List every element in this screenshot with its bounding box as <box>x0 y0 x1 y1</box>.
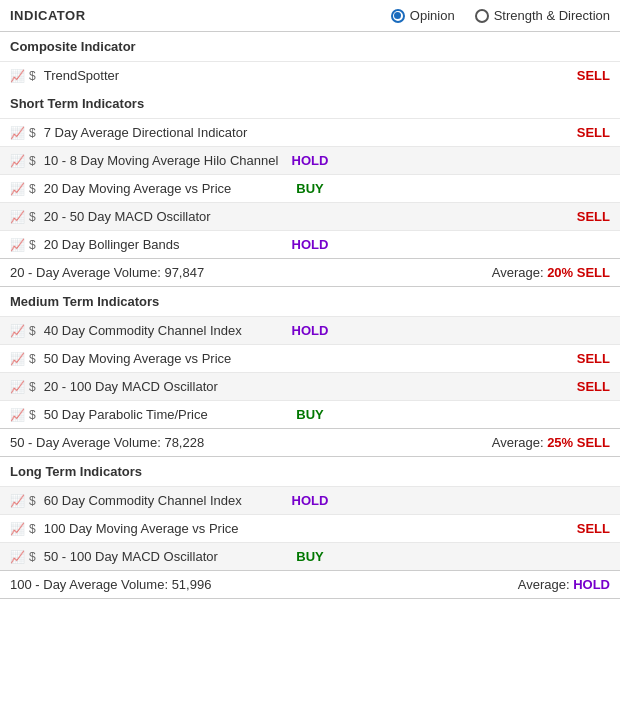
indicator-name: 10 - 8 Day Moving Average Hilo Channel <box>44 153 530 168</box>
chart-icon: 📈 <box>10 182 25 196</box>
avg-value: HOLD <box>573 577 610 592</box>
indicator-name: 20 Day Bollinger Bands <box>44 237 530 252</box>
signal-mid: HOLD <box>292 493 329 508</box>
indicator-row[interactable]: 📈$20 - 50 Day MACD OscillatorSELL <box>0 202 620 230</box>
indicator-name: 7 Day Average Directional Indicator <box>44 125 530 140</box>
indicator-row[interactable]: 📈$40 Day Commodity Channel IndexHOLD <box>0 316 620 344</box>
chart-icon: 📈 <box>10 238 25 252</box>
indicator-row[interactable]: 📈$50 Day Moving Average vs PriceSELL <box>0 344 620 372</box>
summary-row-short-term: 20 - Day Average Volume: 97,847Average: … <box>0 258 620 287</box>
avg-value: 20% SELL <box>547 265 610 280</box>
chart-icon: 📈 <box>10 352 25 366</box>
summary-row-medium-term: 50 - Day Average Volume: 78,228Average: … <box>0 428 620 457</box>
dollar-icon: $ <box>29 126 36 140</box>
indicator-name: 20 Day Moving Average vs Price <box>44 181 530 196</box>
indicator-row[interactable]: 📈$20 - 100 Day MACD OscillatorSELL <box>0 372 620 400</box>
chart-icon: 📈 <box>10 408 25 422</box>
summary-average: Average: 25% SELL <box>492 435 610 450</box>
indicator-row[interactable]: 📈$20 Day Moving Average vs PriceBUY <box>0 174 620 202</box>
summary-volume: 100 - Day Average Volume: 51,996 <box>10 577 518 592</box>
summary-average: Average: 20% SELL <box>492 265 610 280</box>
indicator-row[interactable]: 📈$60 Day Commodity Channel IndexHOLD <box>0 486 620 514</box>
opinion-label: Opinion <box>410 8 455 23</box>
summary-volume: 50 - Day Average Volume: 78,228 <box>10 435 492 450</box>
signal-mid: HOLD <box>292 237 329 252</box>
signal-right: SELL <box>530 521 610 536</box>
indicator-row[interactable]: 📈$20 Day Bollinger BandsHOLD <box>0 230 620 258</box>
header: INDICATOR Opinion Strength & Direction <box>0 0 620 32</box>
sections-container: Composite Indicator📈$TrendSpotterSELLSho… <box>0 32 620 599</box>
indicator-name: TrendSpotter <box>44 68 530 83</box>
indicator-name: 50 Day Moving Average vs Price <box>44 351 530 366</box>
opinion-radio[interactable]: Opinion <box>391 8 455 23</box>
avg-label: Average: <box>492 435 547 450</box>
chart-icon: 📈 <box>10 210 25 224</box>
chart-icon: 📈 <box>10 154 25 168</box>
signal-mid: BUY <box>296 407 323 422</box>
indicator-name: 20 - 100 Day MACD Oscillator <box>44 379 530 394</box>
dollar-icon: $ <box>29 380 36 394</box>
dollar-icon: $ <box>29 238 36 252</box>
chart-icon: 📈 <box>10 324 25 338</box>
indicator-name: 100 Day Moving Average vs Price <box>44 521 530 536</box>
dollar-icon: $ <box>29 324 36 338</box>
strength-radio[interactable]: Strength & Direction <box>475 8 610 23</box>
section-header-long-term: Long Term Indicators <box>0 457 620 486</box>
signal-right: SELL <box>530 379 610 394</box>
dollar-icon: $ <box>29 494 36 508</box>
signal-right: SELL <box>530 68 610 83</box>
section-header-composite: Composite Indicator <box>0 32 620 61</box>
signal-right: SELL <box>530 351 610 366</box>
signal-mid: HOLD <box>292 153 329 168</box>
view-toggle: Opinion Strength & Direction <box>391 8 610 23</box>
dollar-icon: $ <box>29 550 36 564</box>
dollar-icon: $ <box>29 352 36 366</box>
indicator-row[interactable]: 📈$50 Day Parabolic Time/PriceBUY <box>0 400 620 428</box>
indicator-name: 40 Day Commodity Channel Index <box>44 323 530 338</box>
strength-radio-circle <box>475 9 489 23</box>
chart-icon: 📈 <box>10 69 25 83</box>
signal-right: SELL <box>530 209 610 224</box>
indicator-row[interactable]: 📈$100 Day Moving Average vs PriceSELL <box>0 514 620 542</box>
indicator-row[interactable]: 📈$7 Day Average Directional IndicatorSEL… <box>0 118 620 146</box>
dollar-icon: $ <box>29 182 36 196</box>
avg-value: 25% SELL <box>547 435 610 450</box>
strength-label: Strength & Direction <box>494 8 610 23</box>
avg-label: Average: <box>518 577 573 592</box>
chart-icon: 📈 <box>10 522 25 536</box>
chart-icon: 📈 <box>10 550 25 564</box>
signal-mid: BUY <box>296 181 323 196</box>
signal-right: SELL <box>530 125 610 140</box>
indicator-name: 60 Day Commodity Channel Index <box>44 493 530 508</box>
indicator-label: INDICATOR <box>10 8 391 23</box>
indicator-row[interactable]: 📈$TrendSpotterSELL <box>0 61 620 89</box>
dollar-icon: $ <box>29 210 36 224</box>
signal-mid: HOLD <box>292 323 329 338</box>
indicator-row[interactable]: 📈$50 - 100 Day MACD OscillatorBUY <box>0 542 620 570</box>
avg-label: Average: <box>492 265 547 280</box>
section-header-medium-term: Medium Term Indicators <box>0 287 620 316</box>
dollar-icon: $ <box>29 522 36 536</box>
chart-icon: 📈 <box>10 126 25 140</box>
indicator-name: 50 - 100 Day MACD Oscillator <box>44 549 530 564</box>
chart-icon: 📈 <box>10 380 25 394</box>
dollar-icon: $ <box>29 69 36 83</box>
opinion-radio-circle <box>391 9 405 23</box>
chart-icon: 📈 <box>10 494 25 508</box>
section-header-short-term: Short Term Indicators <box>0 89 620 118</box>
signal-mid: BUY <box>296 549 323 564</box>
indicator-row[interactable]: 📈$10 - 8 Day Moving Average Hilo Channel… <box>0 146 620 174</box>
indicator-name: 20 - 50 Day MACD Oscillator <box>44 209 530 224</box>
summary-volume: 20 - Day Average Volume: 97,847 <box>10 265 492 280</box>
dollar-icon: $ <box>29 408 36 422</box>
indicator-name: 50 Day Parabolic Time/Price <box>44 407 530 422</box>
dollar-icon: $ <box>29 154 36 168</box>
summary-row-long-term: 100 - Day Average Volume: 51,996Average:… <box>0 570 620 599</box>
summary-average: Average: HOLD <box>518 577 610 592</box>
